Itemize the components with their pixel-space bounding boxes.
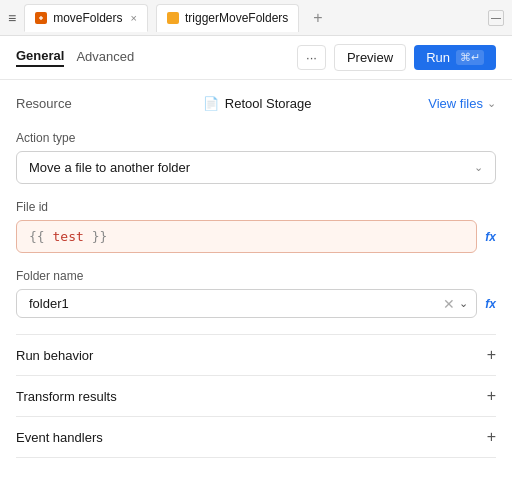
toolbar-actions: ··· Preview Run ⌘↵ [297,44,496,71]
more-options-button[interactable]: ··· [297,45,326,70]
run-label: Run [426,50,450,65]
event-handlers-label: Event handlers [16,430,103,445]
hamburger-icon[interactable]: ≡ [8,10,16,26]
tab-advanced[interactable]: Advanced [76,49,134,66]
view-files-button[interactable]: View files ⌄ [428,96,496,111]
view-files-label: View files [428,96,483,111]
tab-trigger-move-folders-label: triggerMoveFolders [185,11,288,25]
action-type-label: Action type [16,131,496,145]
file-id-input[interactable]: {{ test }} [16,220,477,253]
tab-move-folders-close[interactable]: × [131,12,137,24]
folder-name-fx-button[interactable]: fx [485,297,496,311]
window-minimize-button[interactable]: — [488,10,504,26]
action-type-chevron-icon: ⌄ [474,161,483,174]
folder-name-input-wrapper[interactable]: folder1 ✕ ⌄ [16,289,477,318]
add-tab-button[interactable]: + [307,7,328,29]
template-close-brace: }} [92,229,108,244]
view-files-chevron-icon: ⌄ [487,97,496,110]
run-shortcut: ⌘↵ [456,50,484,65]
event-handlers-expand-icon: + [487,429,496,445]
tab-trigger-move-folders[interactable]: triggerMoveFolders [156,4,299,32]
run-behavior-expand-icon: + [487,347,496,363]
toolbar: General Advanced ··· Preview Run ⌘↵ [0,36,512,80]
transform-results-label: Transform results [16,389,117,404]
transform-results-section[interactable]: Transform results + [16,375,496,416]
title-bar-left: ≡ moveFolders × triggerMoveFolders + [8,4,488,32]
title-bar-right: — [488,10,504,26]
file-id-label: File id [16,200,496,214]
resource-name: Retool Storage [225,96,312,111]
folder-input-actions: ✕ ⌄ [443,297,468,311]
resource-label: Resource [16,96,86,111]
tab-trigger-move-folders-icon [167,12,179,24]
run-behavior-section[interactable]: Run behavior + [16,334,496,375]
resource-row: Resource 📄 Retool Storage View files ⌄ [16,96,496,111]
minimize-icon: — [491,12,501,23]
tab-general[interactable]: General [16,48,64,67]
folder-name-group: Folder name folder1 ✕ ⌄ fx [16,269,496,318]
folder-name-row: folder1 ✕ ⌄ fx [16,289,496,318]
content-area: Resource 📄 Retool Storage View files ⌄ A… [0,80,512,499]
action-type-select[interactable]: Move a file to another folder ⌄ [16,151,496,184]
action-type-value: Move a file to another folder [29,160,190,175]
event-handlers-section[interactable]: Event handlers + [16,416,496,458]
run-button[interactable]: Run ⌘↵ [414,45,496,70]
template-open-brace: {{ [29,229,45,244]
folder-name-clear-button[interactable]: ✕ [443,297,455,311]
file-id-row: {{ test }} fx [16,220,496,253]
preview-button[interactable]: Preview [334,44,406,71]
folder-name-value: folder1 [29,296,443,311]
transform-results-expand-icon: + [487,388,496,404]
tab-move-folders-label: moveFolders [53,11,122,25]
resource-file-icon: 📄 [203,96,219,111]
action-type-group: Action type Move a file to another folde… [16,131,496,184]
tab-move-folders[interactable]: moveFolders × [24,4,148,32]
folder-name-chevron-icon[interactable]: ⌄ [459,297,468,310]
file-id-fx-button[interactable]: fx [485,230,496,244]
file-id-group: File id {{ test }} fx [16,200,496,253]
folder-name-label: Folder name [16,269,496,283]
title-bar: ≡ moveFolders × triggerMoveFolders + — [0,0,512,36]
template-tag-value: test [52,229,91,244]
toolbar-tabs: General Advanced [16,48,134,67]
svg-rect-3 [169,14,177,22]
run-behavior-label: Run behavior [16,348,93,363]
resource-value: 📄 Retool Storage [203,96,312,111]
tab-move-folders-icon [35,12,47,24]
